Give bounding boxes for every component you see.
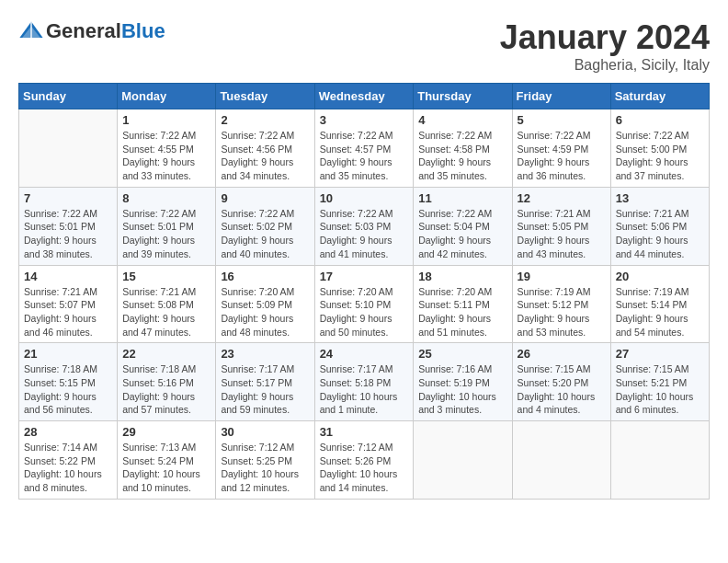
day-cell: 31Sunrise: 7:12 AMSunset: 5:26 PMDayligh… xyxy=(314,421,414,500)
week-row-2: 7Sunrise: 7:22 AMSunset: 5:01 PMDaylight… xyxy=(19,187,710,265)
day-info: Sunrise: 7:22 AMSunset: 4:56 PMDaylight:… xyxy=(221,129,309,183)
day-number: 14 xyxy=(24,270,112,283)
day-cell: 22Sunrise: 7:18 AMSunset: 5:16 PMDayligh… xyxy=(118,343,216,421)
weekday-friday: Friday xyxy=(512,84,610,109)
day-info: Sunrise: 7:12 AMSunset: 5:26 PMDaylight:… xyxy=(320,441,409,495)
day-cell: 6Sunrise: 7:22 AMSunset: 5:00 PMDaylight… xyxy=(610,109,709,188)
day-number: 20 xyxy=(616,270,704,283)
day-cell: 21Sunrise: 7:18 AMSunset: 5:15 PMDayligh… xyxy=(19,343,118,421)
day-number: 3 xyxy=(320,113,409,127)
day-cell: 15Sunrise: 7:21 AMSunset: 5:08 PMDayligh… xyxy=(118,265,216,343)
weekday-wednesday: Wednesday xyxy=(314,84,414,109)
day-info: Sunrise: 7:21 AMSunset: 5:05 PMDaylight:… xyxy=(518,207,606,261)
day-number: 1 xyxy=(122,113,210,127)
day-number: 5 xyxy=(518,113,606,127)
day-number: 26 xyxy=(518,347,606,361)
day-cell: 30Sunrise: 7:12 AMSunset: 5:25 PMDayligh… xyxy=(216,421,314,500)
day-info: Sunrise: 7:20 AMSunset: 5:11 PMDaylight:… xyxy=(418,285,506,339)
day-info: Sunrise: 7:21 AMSunset: 5:08 PMDaylight:… xyxy=(122,285,210,339)
day-cell: 26Sunrise: 7:15 AMSunset: 5:20 PMDayligh… xyxy=(512,343,610,421)
week-row-1: 1Sunrise: 7:22 AMSunset: 4:55 PMDaylight… xyxy=(19,109,710,188)
day-info: Sunrise: 7:19 AMSunset: 5:12 PMDaylight:… xyxy=(518,285,606,339)
day-cell: 17Sunrise: 7:20 AMSunset: 5:10 PMDayligh… xyxy=(314,265,414,343)
day-info: Sunrise: 7:17 AMSunset: 5:18 PMDaylight:… xyxy=(320,362,409,417)
day-number: 11 xyxy=(418,191,506,205)
weekday-tuesday: Tuesday xyxy=(216,84,314,109)
logo-icon xyxy=(18,18,44,44)
day-cell: 20Sunrise: 7:19 AMSunset: 5:14 PMDayligh… xyxy=(610,265,709,343)
calendar-body: 1Sunrise: 7:22 AMSunset: 4:55 PMDaylight… xyxy=(19,109,710,500)
day-cell: 28Sunrise: 7:14 AMSunset: 5:22 PMDayligh… xyxy=(19,421,118,500)
day-number: 19 xyxy=(518,270,606,283)
day-cell: 8Sunrise: 7:22 AMSunset: 5:01 PMDaylight… xyxy=(118,187,216,265)
weekday-monday: Monday xyxy=(118,84,216,109)
day-cell: 9Sunrise: 7:22 AMSunset: 5:02 PMDaylight… xyxy=(216,187,314,265)
weekday-header-row: SundayMondayTuesdayWednesdayThursdayFrid… xyxy=(19,84,710,109)
day-number: 22 xyxy=(122,347,210,361)
day-info: Sunrise: 7:20 AMSunset: 5:09 PMDaylight:… xyxy=(221,285,309,339)
day-info: Sunrise: 7:21 AMSunset: 5:06 PMDaylight:… xyxy=(616,207,704,261)
day-number: 8 xyxy=(122,191,210,205)
day-cell xyxy=(610,421,709,500)
day-info: Sunrise: 7:12 AMSunset: 5:25 PMDaylight:… xyxy=(221,441,309,495)
day-cell: 11Sunrise: 7:22 AMSunset: 5:04 PMDayligh… xyxy=(414,187,512,265)
day-number: 23 xyxy=(221,347,309,361)
day-number: 7 xyxy=(24,191,112,205)
day-cell xyxy=(414,421,512,500)
day-info: Sunrise: 7:14 AMSunset: 5:22 PMDaylight:… xyxy=(24,441,112,495)
logo-blue-text: Blue xyxy=(121,19,165,42)
logo: GeneralBlue xyxy=(18,18,165,44)
day-number: 18 xyxy=(418,270,506,283)
day-number: 13 xyxy=(616,191,704,205)
day-number: 25 xyxy=(418,347,506,361)
day-info: Sunrise: 7:17 AMSunset: 5:17 PMDaylight:… xyxy=(221,362,309,417)
day-info: Sunrise: 7:18 AMSunset: 5:15 PMDaylight:… xyxy=(24,362,112,417)
week-row-4: 21Sunrise: 7:18 AMSunset: 5:15 PMDayligh… xyxy=(19,343,710,421)
day-info: Sunrise: 7:22 AMSunset: 4:57 PMDaylight:… xyxy=(320,129,409,183)
day-cell: 25Sunrise: 7:16 AMSunset: 5:19 PMDayligh… xyxy=(414,343,512,421)
day-number: 24 xyxy=(320,347,409,361)
day-info: Sunrise: 7:16 AMSunset: 5:19 PMDaylight:… xyxy=(418,362,506,417)
day-number: 2 xyxy=(221,113,309,127)
day-cell: 4Sunrise: 7:22 AMSunset: 4:58 PMDaylight… xyxy=(414,109,512,188)
calendar-table: SundayMondayTuesdayWednesdayThursdayFrid… xyxy=(18,83,710,500)
weekday-saturday: Saturday xyxy=(610,84,709,109)
day-info: Sunrise: 7:15 AMSunset: 5:20 PMDaylight:… xyxy=(518,362,606,417)
day-number: 21 xyxy=(24,347,112,361)
day-info: Sunrise: 7:22 AMSunset: 5:04 PMDaylight:… xyxy=(418,207,506,261)
day-number: 15 xyxy=(122,270,210,283)
day-cell: 3Sunrise: 7:22 AMSunset: 4:57 PMDaylight… xyxy=(314,109,414,188)
day-cell: 1Sunrise: 7:22 AMSunset: 4:55 PMDaylight… xyxy=(118,109,216,188)
day-number: 30 xyxy=(221,425,309,439)
day-number: 17 xyxy=(320,270,409,283)
day-cell: 23Sunrise: 7:17 AMSunset: 5:17 PMDayligh… xyxy=(216,343,314,421)
day-info: Sunrise: 7:15 AMSunset: 5:21 PMDaylight:… xyxy=(616,362,704,417)
day-cell: 5Sunrise: 7:22 AMSunset: 4:59 PMDaylight… xyxy=(512,109,610,188)
day-cell: 14Sunrise: 7:21 AMSunset: 5:07 PMDayligh… xyxy=(19,265,118,343)
day-number: 16 xyxy=(221,270,309,283)
day-number: 9 xyxy=(221,191,309,205)
day-info: Sunrise: 7:22 AMSunset: 4:59 PMDaylight:… xyxy=(518,129,606,183)
day-cell: 10Sunrise: 7:22 AMSunset: 5:03 PMDayligh… xyxy=(314,187,414,265)
day-cell: 18Sunrise: 7:20 AMSunset: 5:11 PMDayligh… xyxy=(414,265,512,343)
day-info: Sunrise: 7:22 AMSunset: 5:02 PMDaylight:… xyxy=(221,207,309,261)
weekday-thursday: Thursday xyxy=(414,84,512,109)
day-cell: 2Sunrise: 7:22 AMSunset: 4:56 PMDaylight… xyxy=(216,109,314,188)
title-block: January 2024 Bagheria, Sicily, Italy xyxy=(500,18,710,74)
day-number: 6 xyxy=(616,113,704,127)
day-number: 10 xyxy=(320,191,409,205)
day-info: Sunrise: 7:20 AMSunset: 5:10 PMDaylight:… xyxy=(320,285,409,339)
day-info: Sunrise: 7:22 AMSunset: 5:01 PMDaylight:… xyxy=(122,207,210,261)
day-cell: 13Sunrise: 7:21 AMSunset: 5:06 PMDayligh… xyxy=(610,187,709,265)
day-number: 27 xyxy=(616,347,704,361)
day-info: Sunrise: 7:22 AMSunset: 4:58 PMDaylight:… xyxy=(418,129,506,183)
day-number: 12 xyxy=(518,191,606,205)
day-info: Sunrise: 7:22 AMSunset: 5:00 PMDaylight:… xyxy=(616,129,704,183)
day-cell xyxy=(19,109,118,188)
day-number: 29 xyxy=(122,425,210,439)
day-info: Sunrise: 7:13 AMSunset: 5:24 PMDaylight:… xyxy=(122,441,210,495)
page-header: GeneralBlue January 2024 Bagheria, Sicil… xyxy=(18,18,710,74)
logo-general-text: General xyxy=(46,19,121,42)
day-info: Sunrise: 7:18 AMSunset: 5:16 PMDaylight:… xyxy=(122,362,210,417)
day-info: Sunrise: 7:22 AMSunset: 4:55 PMDaylight:… xyxy=(122,129,210,183)
